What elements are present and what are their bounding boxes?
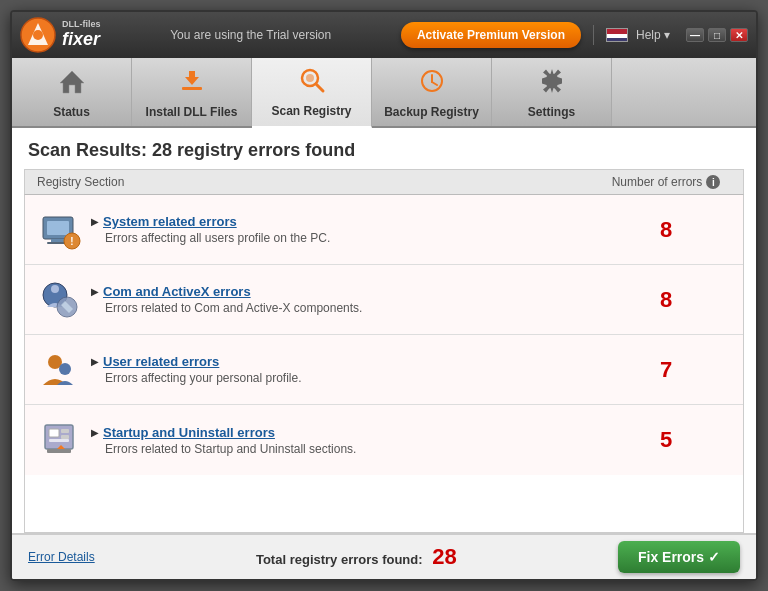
help-button[interactable]: Help ▾ (636, 28, 670, 42)
svg-point-8 (306, 74, 314, 82)
footer: Error Details Total registry errors foun… (12, 533, 756, 579)
scan-title: Scan Results: 28 registry errors found (12, 128, 756, 169)
row-content: ▶ Startup and Uninstall errors Errors re… (91, 425, 601, 456)
svg-rect-28 (49, 439, 69, 442)
fix-errors-button[interactable]: Fix Errors ✓ (618, 541, 740, 573)
activate-button[interactable]: Activate Premium Version (401, 22, 581, 48)
expand-arrow[interactable]: ▶ (91, 356, 99, 367)
svg-rect-4 (182, 87, 202, 90)
logo-text: DLL-files fixer (62, 20, 101, 50)
user-icon (37, 347, 83, 393)
tab-install-label: Install DLL Files (146, 105, 238, 119)
home-icon (58, 67, 86, 101)
flag-icon (606, 28, 628, 42)
header-section: Registry Section (37, 175, 601, 189)
total-area: Total registry errors found: 28 (95, 544, 618, 570)
app-logo-icon (20, 17, 56, 53)
trial-message: You are using the Trial version (170, 28, 331, 42)
svg-rect-14 (47, 221, 69, 235)
svg-point-23 (59, 363, 71, 375)
table-row: ▶ Startup and Uninstall errors Errors re… (25, 405, 743, 475)
expand-arrow[interactable]: ▶ (91, 286, 99, 297)
svg-text:!: ! (70, 236, 73, 247)
row-description: Errors related to Com and Active-X compo… (105, 301, 601, 315)
svg-rect-25 (49, 429, 59, 437)
titlebar-right: Activate Premium Version Help ▾ — □ ✕ (401, 22, 748, 48)
system-icon: ! (37, 207, 83, 253)
svg-marker-3 (60, 71, 84, 93)
tab-status[interactable]: Status (12, 58, 132, 126)
scan-icon (298, 66, 326, 100)
row-content: ▶ System related errors Errors affecting… (91, 214, 601, 245)
svg-line-11 (432, 82, 437, 85)
tab-backup-registry[interactable]: Backup Registry (372, 58, 492, 126)
logo-fixer-label: fixer (62, 30, 101, 50)
row-title-wrap: ▶ Startup and Uninstall errors (91, 425, 601, 440)
row-description: Errors related to Startup and Uninstall … (105, 442, 601, 456)
row-title-wrap: ▶ User related errors (91, 354, 601, 369)
tab-settings-label: Settings (528, 105, 575, 119)
close-button[interactable]: ✕ (730, 28, 748, 42)
table-row: ▶ Com and ActiveX errors Errors related … (25, 265, 743, 335)
expand-arrow[interactable]: ▶ (91, 427, 99, 438)
tab-backup-label: Backup Registry (384, 105, 479, 119)
svg-point-20 (51, 285, 59, 293)
main-content: Scan Results: 28 registry errors found R… (12, 128, 756, 579)
logo-area: DLL-files fixer (20, 17, 101, 53)
error-count: 8 (601, 287, 731, 313)
tab-scan-label: Scan Registry (271, 104, 351, 118)
clock-icon (418, 67, 446, 101)
total-count: 28 (432, 544, 456, 569)
tab-install-dll[interactable]: Install DLL Files (132, 58, 252, 126)
titlebar: DLL-files fixer You are using the Trial … (12, 12, 756, 58)
activex-icon (37, 277, 83, 323)
row-content: ▶ User related errors Errors affecting y… (91, 354, 601, 385)
app-window: DLL-files fixer You are using the Trial … (10, 10, 758, 581)
header-errors: Number of errors i (601, 175, 731, 189)
table-header: Registry Section Number of errors i (24, 169, 744, 195)
svg-rect-26 (61, 429, 69, 433)
error-count: 7 (601, 357, 731, 383)
row-title-link[interactable]: User related errors (103, 354, 219, 369)
info-icon[interactable]: i (706, 175, 720, 189)
svg-marker-5 (185, 71, 199, 85)
svg-rect-15 (51, 239, 65, 242)
row-content: ▶ Com and ActiveX errors Errors related … (91, 284, 601, 315)
nav-tabs: Status Install DLL Files Scan Registry (12, 58, 756, 128)
row-title-link[interactable]: System related errors (103, 214, 237, 229)
results-list: ! ▶ System related errors Errors affecti… (24, 195, 744, 533)
minimize-button[interactable]: — (686, 28, 704, 42)
error-count: 5 (601, 427, 731, 453)
svg-point-2 (33, 30, 43, 40)
row-title-link[interactable]: Startup and Uninstall errors (103, 425, 275, 440)
startup-icon (37, 417, 83, 463)
expand-arrow[interactable]: ▶ (91, 216, 99, 227)
svg-line-7 (316, 84, 323, 91)
svg-rect-27 (61, 435, 69, 439)
settings-icon (538, 67, 566, 101)
table-row: ▶ User related errors Errors affecting y… (25, 335, 743, 405)
table-row: ! ▶ System related errors Errors affecti… (25, 195, 743, 265)
row-description: Errors affecting your personal profile. (105, 371, 601, 385)
row-title-link[interactable]: Com and ActiveX errors (103, 284, 251, 299)
error-count: 8 (601, 217, 731, 243)
row-description: Errors affecting all users profile on th… (105, 231, 601, 245)
window-controls: — □ ✕ (686, 28, 748, 42)
tab-settings[interactable]: Settings (492, 58, 612, 126)
error-details-link[interactable]: Error Details (28, 550, 95, 564)
download-icon (178, 67, 206, 101)
svg-rect-29 (47, 449, 71, 453)
total-label: Total registry errors found: (256, 552, 423, 567)
results-area: Registry Section Number of errors i (24, 169, 744, 533)
row-title-wrap: ▶ Com and ActiveX errors (91, 284, 601, 299)
tab-scan-registry[interactable]: Scan Registry (252, 58, 372, 128)
tab-status-label: Status (53, 105, 90, 119)
row-title-wrap: ▶ System related errors (91, 214, 601, 229)
maximize-button[interactable]: □ (708, 28, 726, 42)
